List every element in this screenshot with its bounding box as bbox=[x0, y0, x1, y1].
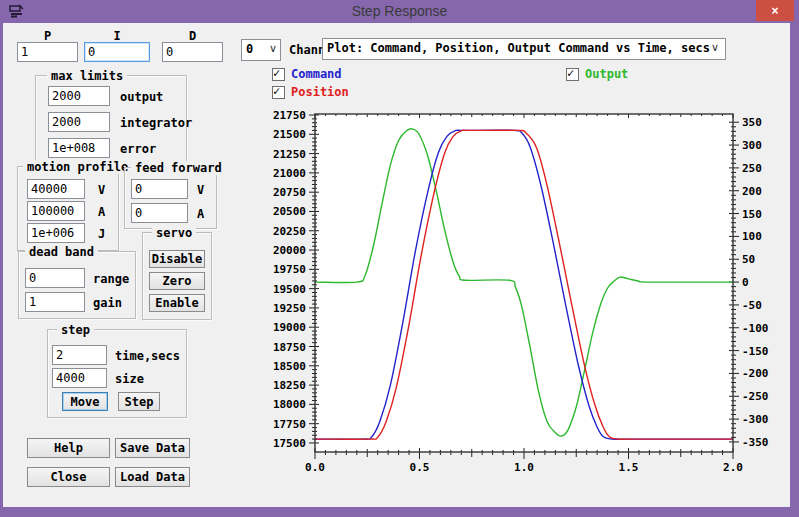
save-data-button[interactable]: Save Data bbox=[115, 438, 190, 458]
step-response-chart: 0.00.51.01.52.01750017750180001825018500… bbox=[258, 100, 788, 478]
load-data-button[interactable]: Load Data bbox=[115, 467, 190, 487]
close-dialog-button[interactable]: Close bbox=[27, 467, 110, 487]
p-input[interactable] bbox=[17, 42, 78, 62]
max-error-label: error bbox=[120, 142, 156, 156]
check-icon: ✓ bbox=[567, 66, 574, 80]
range-input[interactable] bbox=[25, 268, 85, 288]
svg-text:19250: 19250 bbox=[273, 302, 306, 315]
check-icon: ✓ bbox=[273, 66, 280, 80]
ff-v-input[interactable] bbox=[131, 179, 188, 199]
close-button[interactable]: × bbox=[756, 0, 794, 21]
enable-button[interactable]: Enable bbox=[149, 294, 205, 312]
svg-text:21250: 21250 bbox=[273, 148, 306, 161]
svg-text:350: 350 bbox=[742, 116, 762, 129]
svg-text:200: 200 bbox=[742, 185, 762, 198]
ff-v-label: V bbox=[197, 183, 204, 197]
svg-text:19000: 19000 bbox=[273, 321, 306, 334]
svg-text:-200: -200 bbox=[742, 367, 769, 380]
svg-text:250: 250 bbox=[742, 162, 762, 175]
i-label: I bbox=[84, 29, 150, 43]
svg-text:50: 50 bbox=[742, 253, 755, 266]
svg-text:20000: 20000 bbox=[273, 244, 306, 257]
max-integrator-input[interactable] bbox=[48, 112, 110, 132]
svg-text:20750: 20750 bbox=[273, 186, 306, 199]
profile-a-label: A bbox=[98, 205, 105, 219]
titlebar[interactable]: Step Response × bbox=[0, 0, 799, 23]
ff-a-input[interactable] bbox=[131, 203, 188, 223]
move-button[interactable]: Move bbox=[62, 392, 108, 411]
i-input[interactable] bbox=[84, 42, 150, 62]
max-integrator-label: integrator bbox=[120, 116, 192, 130]
zero-button[interactable]: Zero bbox=[149, 272, 205, 290]
channel-value: 0 bbox=[246, 42, 253, 56]
svg-text:2.0: 2.0 bbox=[723, 461, 743, 474]
channel-select[interactable]: 0 ∨ bbox=[241, 39, 281, 61]
disable-button[interactable]: Disable bbox=[149, 250, 205, 268]
ff-a-label: A bbox=[197, 207, 204, 221]
gain-label: gain bbox=[93, 296, 122, 310]
svg-text:1.0: 1.0 bbox=[514, 461, 534, 474]
svg-text:150: 150 bbox=[742, 208, 762, 221]
svg-text:-100: -100 bbox=[742, 322, 769, 335]
svg-text:19750: 19750 bbox=[273, 263, 306, 276]
close-icon: × bbox=[771, 4, 778, 18]
d-input[interactable] bbox=[162, 42, 223, 62]
chevron-down-icon: ∨ bbox=[269, 42, 277, 55]
step-time-input[interactable] bbox=[52, 345, 107, 365]
motion-profile-title: motion profile bbox=[23, 160, 132, 174]
profile-v-label: V bbox=[98, 183, 105, 197]
command-checkbox-label: Command bbox=[291, 67, 342, 81]
step-size-input[interactable] bbox=[52, 368, 107, 388]
svg-text:-50: -50 bbox=[742, 299, 762, 312]
profile-a-input[interactable] bbox=[27, 201, 85, 221]
max-output-input[interactable] bbox=[48, 86, 110, 106]
step-time-label: time,secs bbox=[115, 349, 180, 363]
check-icon: ✓ bbox=[273, 84, 280, 98]
help-button[interactable]: Help bbox=[27, 438, 110, 458]
command-checkbox[interactable]: ✓ bbox=[272, 68, 285, 81]
svg-text:20250: 20250 bbox=[273, 225, 306, 238]
chevron-down-icon: ∨ bbox=[711, 41, 719, 54]
window-title: Step Response bbox=[0, 3, 799, 19]
svg-text:18500: 18500 bbox=[273, 360, 306, 373]
svg-text:17500: 17500 bbox=[273, 437, 306, 450]
dead-band-title: dead band bbox=[25, 245, 98, 259]
svg-text:18000: 18000 bbox=[273, 398, 306, 411]
max-limits-title: max limits bbox=[47, 69, 127, 83]
svg-text:100: 100 bbox=[742, 230, 762, 243]
position-checkbox-label: Position bbox=[291, 85, 349, 99]
svg-text:19500: 19500 bbox=[273, 283, 306, 296]
profile-j-input[interactable] bbox=[27, 223, 85, 243]
svg-text:0.0: 0.0 bbox=[305, 461, 325, 474]
svg-text:21750: 21750 bbox=[273, 109, 306, 122]
profile-j-label: J bbox=[98, 227, 105, 241]
servo-title: servo bbox=[152, 226, 196, 240]
svg-text:1.5: 1.5 bbox=[619, 461, 639, 474]
svg-text:18250: 18250 bbox=[273, 379, 306, 392]
gain-input[interactable] bbox=[25, 292, 85, 312]
position-checkbox[interactable]: ✓ bbox=[272, 86, 285, 99]
svg-text:18750: 18750 bbox=[273, 341, 306, 354]
step-title: step bbox=[57, 323, 94, 337]
window: Step Response × P I D 0 ∨ Channel Plot: … bbox=[0, 0, 799, 517]
svg-text:-300: -300 bbox=[742, 413, 769, 426]
feed-forward-title: feed forward bbox=[131, 161, 226, 175]
svg-text:-350: -350 bbox=[742, 436, 769, 449]
svg-text:17750: 17750 bbox=[273, 418, 306, 431]
plot-type-select[interactable]: Plot: Command, Position, Output Command … bbox=[322, 38, 726, 60]
output-checkbox-label: Output bbox=[585, 67, 628, 81]
output-checkbox[interactable]: ✓ bbox=[566, 68, 579, 81]
max-error-input[interactable] bbox=[48, 138, 110, 158]
svg-text:20500: 20500 bbox=[273, 205, 306, 218]
max-output-label: output bbox=[120, 90, 163, 104]
d-label: D bbox=[162, 29, 223, 43]
profile-v-input[interactable] bbox=[27, 179, 85, 199]
svg-text:-150: -150 bbox=[742, 345, 769, 358]
step-size-label: size bbox=[115, 372, 144, 386]
svg-text:21000: 21000 bbox=[273, 167, 306, 180]
svg-text:0.5: 0.5 bbox=[410, 461, 430, 474]
plot-type-value: Plot: Command, Position, Output Command … bbox=[327, 41, 710, 55]
step-button[interactable]: Step bbox=[118, 392, 160, 411]
svg-text:-250: -250 bbox=[742, 390, 769, 403]
svg-text:21500: 21500 bbox=[273, 128, 306, 141]
